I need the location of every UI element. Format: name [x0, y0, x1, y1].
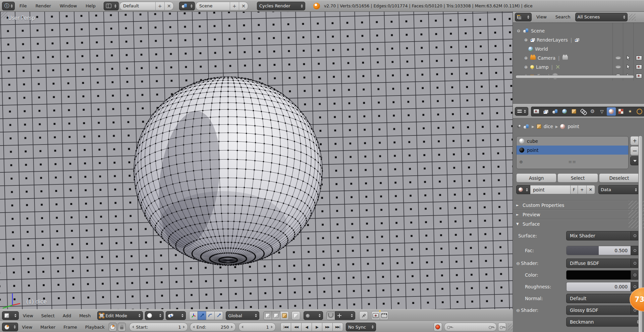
shader2-button[interactable]: Glossy BSDF — [566, 306, 631, 315]
menu-view3d-view[interactable]: View — [19, 313, 37, 318]
tab-constraints[interactable] — [579, 107, 588, 116]
playback-sync-toggle[interactable] — [109, 323, 117, 331]
decrement-arrow-icon[interactable] — [193, 326, 195, 328]
breadcrumb-material-name[interactable]: point — [568, 124, 579, 129]
slot-name[interactable]: cube — [527, 139, 538, 144]
normal-button[interactable]: Default — [566, 294, 631, 303]
outliner-item-label[interactable]: Camera — [538, 55, 555, 61]
surface-shader-button[interactable]: Mix Shader — [566, 231, 631, 240]
outliner-horizontal-scrollbar[interactable] — [516, 75, 634, 78]
viewport-shading-selector[interactable] — [145, 311, 164, 320]
fake-user-button[interactable]: F — [570, 185, 578, 194]
material-browse-button[interactable] — [516, 185, 530, 194]
render-toggle-icon[interactable] — [636, 74, 642, 78]
screen-layout-selector[interactable]: Default + ✕ — [119, 2, 174, 10]
tab-scene[interactable] — [550, 107, 559, 116]
collapse-node-icon[interactable]: ⊖ — [516, 261, 521, 266]
panel-custom-properties[interactable]: ► Custom Properties — [513, 200, 644, 210]
render-toggle-icon[interactable] — [636, 56, 642, 60]
keying-set-field[interactable] — [444, 323, 497, 331]
editor-type-properties-button[interactable] — [515, 107, 528, 116]
jump-next-keyframe-button[interactable]: ▶▶ — [322, 323, 333, 331]
editor-type-timeline-button[interactable] — [2, 323, 18, 331]
fac-slider[interactable]: 0.500 — [566, 246, 631, 255]
manipulator-axes-toggle[interactable] — [189, 311, 198, 320]
add-layout-button[interactable]: + — [155, 2, 164, 10]
scene-icon-button[interactable] — [179, 2, 195, 10]
play-button[interactable]: ▶ — [312, 323, 322, 331]
slot-specials-menu-button[interactable] — [630, 156, 639, 165]
area-corner-grip[interactable] — [629, 14, 636, 20]
remove-keying-set-button[interactable] — [498, 323, 506, 331]
jump-prev-keyframe-button[interactable]: ◀◀ — [291, 323, 302, 331]
limit-to-visible-button[interactable] — [291, 311, 300, 320]
list-resize-grip[interactable]: ≡≡ — [517, 159, 628, 164]
manipulator-translate-toggle[interactable] — [198, 311, 206, 320]
unlink-material-button[interactable]: ✕ — [586, 185, 595, 194]
slot-row-point[interactable]: point — [517, 146, 628, 155]
breadcrumb-object-name[interactable]: dice — [544, 124, 553, 129]
play-reverse-button[interactable]: ◀ — [301, 323, 312, 331]
menu-timeline-marker[interactable]: Marker — [36, 325, 59, 330]
sphere-mesh[interactable] — [133, 76, 323, 266]
add-material-slot-button[interactable]: + — [630, 136, 639, 145]
pivot-point-selector[interactable] — [166, 311, 186, 320]
snap-toggle-button[interactable] — [326, 311, 335, 320]
viewport-canvas[interactable] — [0, 11, 513, 309]
outliner-item-label[interactable]: Scene — [531, 28, 545, 34]
deselect-button[interactable]: Deselect — [599, 173, 639, 182]
jump-to-start-button[interactable]: |◀◀ — [280, 323, 291, 331]
menu-view3d-add[interactable]: Add — [59, 313, 75, 318]
hide-toggle-icon[interactable] — [615, 65, 621, 68]
delete-scene-button[interactable]: ✕ — [239, 2, 248, 10]
outliner-row-camera[interactable]: ⊕ Camera | — [513, 53, 644, 62]
manipulator-rotate-toggle[interactable] — [206, 311, 215, 320]
editor-type-view3d-button[interactable] — [2, 311, 19, 320]
manipulator-scale-toggle[interactable] — [214, 311, 223, 320]
hide-toggle-icon[interactable] — [615, 56, 621, 59]
outliner-item-label[interactable]: RenderLayers — [537, 37, 568, 43]
decrement-arrow-icon[interactable] — [132, 326, 134, 328]
screen-layout-icon-button[interactable] — [104, 2, 119, 10]
panel-preview[interactable]: ► Preview — [513, 210, 644, 219]
opengl-render-animation-button[interactable] — [380, 311, 388, 320]
increment-arrow-icon[interactable] — [271, 326, 273, 328]
outliner-display-filter[interactable]: All Scenes — [575, 13, 628, 21]
shader1-button[interactable]: Diffuse BSDF — [566, 259, 631, 268]
expand-icon[interactable]: ⊕ — [524, 65, 528, 69]
opengl-render-image-button[interactable] — [371, 311, 380, 320]
tab-modifiers[interactable]: ⚙ — [588, 107, 597, 116]
increment-arrow-icon[interactable] — [231, 326, 233, 328]
expand-icon[interactable]: ⊕ — [524, 56, 528, 60]
tab-world[interactable] — [560, 107, 569, 116]
edge-select-mode-button[interactable] — [272, 311, 280, 320]
material-link-selector[interactable]: Data — [598, 185, 639, 194]
pin-icon[interactable] — [516, 124, 521, 129]
distribution-selector[interactable]: Beckmann — [566, 317, 639, 327]
expand-icon[interactable]: ⊕ — [524, 38, 528, 42]
menu-window[interactable]: Window — [56, 3, 81, 8]
tab-render[interactable] — [532, 107, 541, 116]
outliner-item-label[interactable]: World — [535, 46, 548, 52]
snap-element-selector[interactable] — [335, 311, 355, 320]
menu-outliner-search[interactable]: Search — [551, 14, 575, 19]
area-corner-grip[interactable] — [1, 12, 7, 18]
slot-row-cube[interactable]: cube — [517, 136, 628, 146]
collapse-icon[interactable]: ⊖ — [516, 29, 521, 33]
selectable-toggle-icon[interactable] — [627, 55, 630, 60]
menu-view3d-mesh[interactable]: Mesh — [75, 313, 95, 318]
new-material-button[interactable]: + — [578, 185, 586, 194]
select-button[interactable]: Select — [557, 173, 598, 182]
face-select-mode-button[interactable] — [280, 311, 289, 320]
outliner-row-world[interactable]: World — [513, 44, 644, 53]
render-toggle-icon[interactable] — [636, 65, 642, 69]
increment-arrow-icon[interactable] — [183, 326, 185, 328]
tab-render-layers[interactable] — [541, 107, 550, 116]
outliner-row-scene[interactable]: ⊖ Scene — [513, 26, 644, 35]
decrement-arrow-icon[interactable] — [241, 326, 243, 328]
tab-particles[interactable]: ★ — [626, 107, 635, 116]
tab-physics[interactable] — [635, 107, 644, 116]
viewport-3d[interactable]: User Persp (1) dice — [0, 11, 513, 309]
add-scene-button[interactable]: + — [230, 2, 239, 10]
tab-texture[interactable] — [616, 107, 625, 116]
